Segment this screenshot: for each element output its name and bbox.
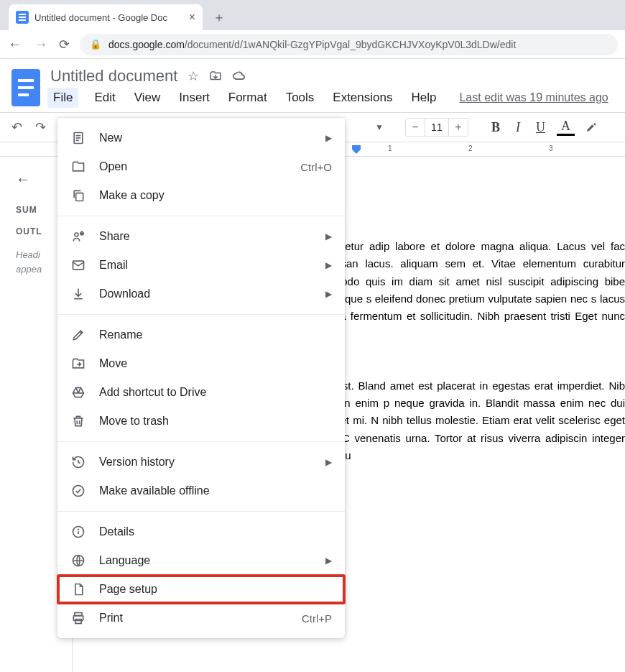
undo-button[interactable]: ↶ xyxy=(9,118,25,137)
print-icon xyxy=(70,611,86,625)
trash-icon xyxy=(70,414,86,428)
menu-item-label: Share xyxy=(99,230,312,243)
address-bar[interactable]: 🔒 docs.google.com/document/d/1wANQkil-Gz… xyxy=(80,34,618,55)
folder-icon xyxy=(70,160,86,174)
page-icon xyxy=(70,582,86,597)
ruler-tick: 2 xyxy=(468,144,473,152)
globe-icon xyxy=(70,553,86,568)
submenu-arrow-icon: ▶ xyxy=(325,457,332,467)
svg-point-15 xyxy=(78,529,79,530)
new-tab-button[interactable]: ＋ xyxy=(203,4,236,30)
menu-item-move[interactable]: Move xyxy=(57,349,345,378)
cloud-icon[interactable] xyxy=(232,69,246,83)
menu-separator xyxy=(57,511,345,512)
menu-item-details[interactable]: Details xyxy=(57,517,345,546)
menu-item-page-setup[interactable]: Page setup xyxy=(57,575,345,604)
info-icon xyxy=(70,525,86,539)
menu-separator xyxy=(57,314,345,315)
svg-rect-6 xyxy=(76,193,83,201)
browser-tab[interactable]: Untitled document - Google Doc × xyxy=(9,4,203,30)
back-button[interactable]: ← xyxy=(7,36,23,52)
menu-item-open[interactable]: OpenCtrl+O xyxy=(57,152,345,181)
menu-format[interactable]: Format xyxy=(226,88,270,108)
download-icon xyxy=(70,287,86,301)
outline-panel: ← SUM OUTL Headi appea xyxy=(0,157,57,672)
offline-icon xyxy=(70,484,86,498)
menu-help[interactable]: Help xyxy=(408,88,439,108)
menu-extensions[interactable]: Extensions xyxy=(330,88,395,108)
font-size-plus[interactable]: + xyxy=(449,121,468,134)
menu-view[interactable]: View xyxy=(131,88,164,108)
mail-icon xyxy=(70,258,86,272)
menu-tools[interactable]: Tools xyxy=(283,88,318,108)
menu-item-label: Move xyxy=(99,357,332,370)
menu-item-share[interactable]: Share▶ xyxy=(57,222,345,251)
font-size-minus[interactable]: − xyxy=(406,121,425,134)
menu-item-new[interactable]: New▶ xyxy=(57,124,345,152)
menu-item-label: New xyxy=(99,132,312,144)
doc-icon xyxy=(70,131,86,145)
menu-item-move-to-trash[interactable]: Move to trash xyxy=(57,407,345,436)
menu-item-print[interactable]: PrintCtrl+P xyxy=(57,604,345,632)
outline-back-button[interactable]: ← xyxy=(16,171,50,188)
tab-title: Untitled document - Google Doc xyxy=(34,12,183,23)
svg-point-12 xyxy=(73,486,84,497)
menu-item-label: Version history xyxy=(99,456,312,469)
menu-item-rename[interactable]: Rename xyxy=(57,321,345,349)
menu-item-version-history[interactable]: Version history▶ xyxy=(57,448,345,477)
last-edit-link[interactable]: Last edit was 19 minutes ago xyxy=(459,91,608,104)
menu-edit[interactable]: Edit xyxy=(91,88,118,108)
menu-item-label: Open xyxy=(99,160,287,173)
reload-button[interactable]: ⟳ xyxy=(59,37,70,52)
move-icon xyxy=(70,356,86,371)
browser-tab-strip: Untitled document - Google Doc × ＋ xyxy=(0,0,625,30)
menu-item-label: Print xyxy=(99,612,289,625)
menu-item-email[interactable]: Email▶ xyxy=(57,251,345,280)
copy-icon xyxy=(70,188,86,203)
menu-shortcut: Ctrl+P xyxy=(302,612,332,625)
star-icon[interactable]: ☆ xyxy=(188,68,199,84)
italic-button[interactable]: I xyxy=(511,120,524,135)
font-selector-caret[interactable]: ▼ xyxy=(372,122,384,132)
highlight-button[interactable] xyxy=(582,119,601,135)
url-path: /document/d/1wANQkil-GzgYPipVgal_9bydGKC… xyxy=(185,39,516,50)
share-icon xyxy=(70,229,86,244)
summary-label: SUM xyxy=(16,205,50,215)
menu-file[interactable]: File xyxy=(47,88,78,108)
docs-logo[interactable] xyxy=(11,69,40,106)
menu-item-label: Make a copy xyxy=(99,189,332,202)
docs-favicon xyxy=(16,11,29,24)
menu-item-download[interactable]: Download▶ xyxy=(57,280,345,308)
submenu-arrow-icon: ▶ xyxy=(325,289,332,299)
ruler-tick: 3 xyxy=(549,144,553,152)
move-icon[interactable] xyxy=(209,70,222,83)
menu-item-add-shortcut-to-drive[interactable]: Add shortcut to Drive xyxy=(57,378,345,407)
file-menu-dropdown: New▶OpenCtrl+OMake a copyShare▶Email▶Dow… xyxy=(57,118,345,638)
menu-item-language[interactable]: Language▶ xyxy=(57,546,345,575)
ruler-tick: 1 xyxy=(388,144,392,152)
underline-button[interactable]: U xyxy=(532,120,550,135)
redo-button[interactable]: ↷ xyxy=(32,118,49,137)
submenu-arrow-icon: ▶ xyxy=(325,231,332,241)
outline-label: OUTL xyxy=(16,226,50,236)
menu-separator xyxy=(57,216,345,216)
tab-close-icon[interactable]: × xyxy=(189,11,195,24)
font-size-stepper[interactable]: − 11 + xyxy=(405,118,468,137)
bold-button[interactable]: B xyxy=(487,120,504,135)
font-size-value[interactable]: 11 xyxy=(425,119,449,136)
outline-placeholder: Headi appea xyxy=(16,248,50,276)
submenu-arrow-icon: ▶ xyxy=(325,556,332,566)
submenu-arrow-icon: ▶ xyxy=(325,260,332,270)
menu-item-make-a-copy[interactable]: Make a copy xyxy=(57,181,345,210)
menu-shortcut: Ctrl+O xyxy=(300,161,332,173)
menu-insert[interactable]: Insert xyxy=(176,88,213,108)
document-title[interactable]: Untitled document xyxy=(50,67,177,86)
drive-icon xyxy=(70,385,86,400)
menu-item-label: Move to trash xyxy=(99,415,332,428)
browser-toolbar: ← → ⟳ 🔒 docs.google.com/document/d/1wANQ… xyxy=(0,30,625,59)
menu-item-label: Page setup xyxy=(99,583,332,596)
menu-item-make-available-offline[interactable]: Make available offline xyxy=(57,477,345,505)
menu-item-label: Make available offline xyxy=(99,484,332,497)
menu-item-label: Rename xyxy=(99,328,332,341)
text-color-button[interactable]: A xyxy=(557,119,575,136)
